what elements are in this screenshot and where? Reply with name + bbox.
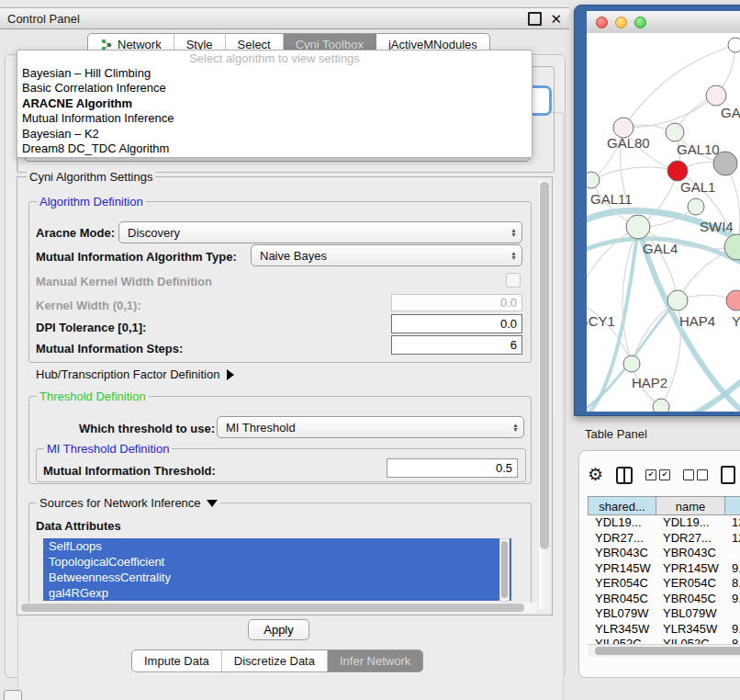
attribute-item-selfloops[interactable]: SelfLoops [43, 538, 511, 554]
tab-infer-network[interactable]: Infer Network [328, 650, 422, 672]
table-cell: YLR345W [656, 622, 724, 638]
node-table: shared...nameAYDL19...YDL19...13YDR27...… [588, 496, 740, 652]
network-node-swi4[interactable] [688, 198, 704, 215]
algorithm-option-mutual-information-inference[interactable]: Mutual Information Inference [17, 111, 532, 126]
network-node[interactable] [653, 399, 669, 412]
algorithm-dropdown-popup: Select algorithm to view settings Bayesi… [17, 50, 533, 158]
settings-vscroll-thumb[interactable] [540, 182, 549, 549]
columns-icon[interactable] [616, 467, 633, 484]
table-cell: 8. [724, 576, 740, 592]
aracne-mode-value: Discovery [128, 226, 180, 240]
table-cell: YDR27... [588, 531, 656, 547]
algorithm-option-basic-correlation-inference[interactable]: Basic Correlation Inference [17, 81, 532, 96]
sources-group-title[interactable]: Sources for Network Inference [37, 496, 220, 510]
table-row[interactable]: YDL19...YDL19...13 [588, 515, 740, 531]
attr-list-scrollbar[interactable] [499, 538, 510, 602]
table-row[interactable]: YPR145WYPR145W9. [588, 561, 740, 577]
algorithm-option-dream8-dc-tdc-algorithm[interactable]: Dream8 DC_TDC Algorithm [17, 141, 532, 156]
table-cell: 9. [724, 561, 740, 577]
hub-definition-expander[interactable]: Hub/Transcription Factor Definition [36, 367, 234, 381]
bottom-tabbar: Impute DataDiscretize DataInfer Network [131, 649, 423, 672]
aracne-mode-combobox[interactable]: Discovery ▲▼ [118, 221, 522, 243]
attribute-item-gal4rgexp[interactable]: gal4RGexp [43, 585, 511, 601]
table-row[interactable]: YDR27...YDR27...12 [588, 531, 740, 547]
gear-icon[interactable]: ⚙ [588, 466, 603, 484]
network-canvas[interactable]: GALGAL80GAL10GAL1GAL11SWI4GAL4GCY1HAP4YH… [587, 33, 740, 412]
table-hscroll-thumb[interactable] [595, 647, 740, 655]
table-cell: YLR345W [588, 622, 656, 638]
deselect-all-checkboxes-icon[interactable] [683, 469, 708, 480]
select-all-checkboxes-icon[interactable]: ✔✔ [645, 469, 670, 480]
node-label: GAL80 [607, 135, 650, 151]
mi-steps-field[interactable] [391, 335, 522, 355]
mi-steps-label: Mutual Information Steps: [36, 342, 183, 356]
table-toolbar: ⚙ ✔✔ [588, 460, 740, 490]
attribute-item-betweennesscentrality[interactable]: BetweennessCentrality [43, 570, 511, 585]
table-row[interactable]: YLR345WYLR345W9. [588, 622, 740, 638]
table-row[interactable]: YBR045CYBR045C9. [588, 592, 740, 607]
network-node-gal1[interactable] [667, 161, 688, 181]
stepper-arrows-icon[interactable]: ▲▼ [512, 423, 519, 433]
settings-horizontal-scrollbar[interactable] [19, 603, 537, 613]
attribute-item-topologicalcoefficient[interactable]: TopologicalCoefficient [43, 554, 511, 570]
tab-label: Discretize Data [234, 654, 315, 668]
stepper-arrows-icon[interactable]: ▲▼ [510, 251, 517, 261]
network-node-hap4[interactable] [667, 290, 688, 310]
table-cell [724, 606, 740, 622]
table-cell: YBR043C [656, 546, 724, 561]
network-node-gal10[interactable] [666, 123, 684, 141]
collapse-down-icon [207, 500, 218, 507]
close-traffic-light-icon[interactable] [596, 17, 608, 28]
minimize-traffic-light-icon[interactable] [615, 17, 627, 28]
mi-type-combobox[interactable]: Naive Bayes ▲▼ [251, 244, 522, 266]
table-row[interactable]: YBL079WYBL079W [588, 606, 740, 622]
algorithm-option-aracne-algorithm[interactable]: ARACNE Algorithm [17, 96, 532, 111]
network-node-gal4[interactable] [626, 215, 650, 239]
column-header-name[interactable]: name [656, 496, 724, 515]
table-header-row: shared...nameA [588, 496, 740, 515]
table-horizontal-scrollbar[interactable] [588, 644, 740, 657]
table-row[interactable]: YER054CYER054C8. [588, 576, 740, 592]
network-node-gal[interactable] [706, 85, 726, 106]
table-cell: YER054C [588, 576, 656, 592]
hub-definition-label: Hub/Transcription Factor Definition [36, 367, 219, 381]
column-header-a[interactable]: A [724, 496, 740, 515]
network-node-y[interactable] [726, 290, 740, 310]
dpi-tolerance-label: DPI Tolerance [0,1]: [36, 321, 146, 334]
apply-button[interactable]: Apply [248, 619, 309, 640]
network-node-gal11[interactable] [587, 172, 600, 188]
document-icon[interactable] [721, 466, 735, 484]
table-cell: YPR145W [656, 561, 724, 577]
node-label: SWI4 [700, 219, 734, 234]
float-window-icon[interactable] [528, 12, 542, 26]
node-label: GAL [721, 105, 740, 120]
network-window-titlebar[interactable] [587, 11, 740, 34]
which-threshold-combobox[interactable]: MI Threshold ▲▼ [217, 416, 524, 438]
mi-threshold-field[interactable] [387, 458, 518, 478]
column-header-shared[interactable]: shared... [588, 496, 656, 515]
bottom-corner-widget [4, 690, 22, 700]
algorithm-option-bayesian-hill-climbing[interactable]: Bayesian – Hill Climbing [17, 66, 532, 81]
close-icon[interactable]: ✕ [550, 14, 562, 24]
algorithm-option-bayesian-k2[interactable]: Bayesian – K2 [17, 127, 532, 141]
network-view-window[interactable]: GALGAL80GAL10GAL1GAL11SWI4GAL4GCY1HAP4YH… [574, 5, 740, 416]
tab-discretize-data[interactable]: Discretize Data [222, 650, 328, 672]
network-node[interactable] [713, 152, 737, 175]
stepper-arrows-icon[interactable]: ▲▼ [510, 228, 517, 238]
settings-vertical-scrollbar[interactable] [539, 180, 550, 610]
table-row[interactable]: YBR043CYBR043C [588, 546, 740, 561]
kernel-width-label: Kernel Width (0,1): [36, 299, 141, 312]
kernel-width-field[interactable] [391, 294, 522, 311]
zoom-traffic-light-icon[interactable] [634, 17, 646, 28]
network-node-hap2[interactable] [623, 356, 640, 372]
node-label: HAP2 [632, 375, 667, 390]
table-cell: YBR043C [588, 546, 656, 561]
table-cell: YDL19... [656, 515, 724, 531]
dpi-tolerance-field[interactable] [391, 314, 522, 333]
network-node[interactable] [728, 38, 740, 52]
algorithm-definition-title: Algorithm Definition [37, 195, 146, 209]
tab-impute-data[interactable]: Impute Data [132, 650, 222, 672]
manual-kernel-checkbox[interactable] [506, 273, 521, 288]
cyni-algorithm-settings-pane: Cyni Algorithm Settings Algorithm Defini… [17, 176, 553, 615]
settings-hscroll-thumb[interactable] [21, 604, 524, 612]
